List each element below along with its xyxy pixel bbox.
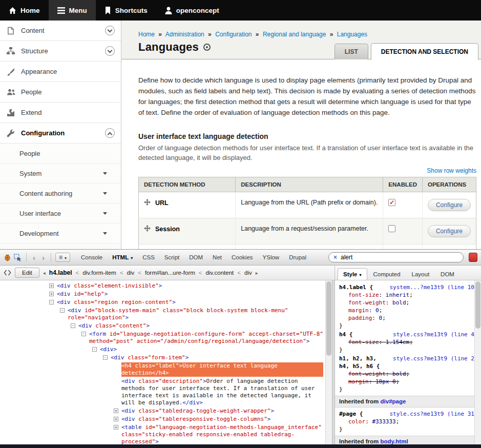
tree-node[interactable]: <div class="description">Order of langua…: [121, 378, 323, 406]
tree-node[interactable]: <table id="language-negotiation-methods-…: [121, 424, 323, 444]
tree-node[interactable]: <div class="tableresponsive-toggle-colum…: [121, 416, 323, 423]
show-row-weights-link[interactable]: Show row weights: [427, 167, 476, 174]
css-file-link[interactable]: style.css?me13t9 (line 4: [393, 331, 474, 338]
firebug-tab-script[interactable]: Script: [160, 252, 184, 263]
expand-triangle-icon[interactable]: [103, 212, 107, 217]
expand-icon[interactable]: +: [114, 425, 118, 430]
chevron-down-circle-icon[interactable]: [105, 26, 115, 35]
configure-button[interactable]: Configure: [428, 225, 471, 237]
breadcrumb-link[interactable]: Regional and language: [263, 31, 326, 38]
sidebar-subitem-user-interface[interactable]: User interface: [0, 203, 121, 223]
tree-node[interactable]: <div class="content">: [78, 322, 323, 330]
sidebar-item-configuration[interactable]: Configuration: [0, 123, 121, 144]
tree-node[interactable]: <div class="tabledrag-toggle-weight-wrap…: [121, 408, 323, 415]
expand-icon[interactable]: +: [49, 283, 54, 288]
inspect-icon[interactable]: [14, 254, 22, 261]
firebug-tab-yslow[interactable]: YSlow: [258, 252, 284, 263]
sidebar-item-extend[interactable]: Extend: [0, 103, 121, 123]
tree-scrollbar[interactable]: [325, 280, 332, 444]
enabled-checkbox[interactable]: ✓: [388, 199, 395, 206]
toolbar-item-user[interactable]: openconcept: [156, 0, 228, 21]
firebug-tab-console[interactable]: Console: [76, 252, 107, 263]
collapse-icon[interactable]: -: [71, 323, 75, 328]
drag-handle-icon[interactable]: [144, 199, 151, 207]
sidebar-subitem-content-authoring[interactable]: Content authoring: [0, 184, 121, 203]
tree-node[interactable]: <div id="help">: [57, 291, 323, 298]
scrollbar-thumb[interactable]: [326, 281, 331, 356]
tree-node[interactable]: <form id="language-negotiation-configure…: [89, 331, 323, 345]
selected-tree-node[interactable]: <h4 class="label">User interface text la…: [121, 362, 323, 377]
breadcrumb-link[interactable]: Administration: [165, 31, 204, 38]
breadcrumb-link[interactable]: Home: [138, 31, 155, 38]
css-property[interactable]: font-size: 1.154em;: [339, 338, 474, 346]
clear-search-icon[interactable]: ×: [333, 254, 337, 261]
collapse-icon[interactable]: -: [60, 308, 65, 313]
expand-triangle-icon[interactable]: [103, 192, 107, 197]
path-item[interactable]: div: [127, 270, 135, 276]
expand-icon[interactable]: +: [114, 409, 118, 413]
path-item[interactable]: form#lan...ure-form: [145, 270, 195, 276]
style-panel-tab-computed[interactable]: Computed: [368, 269, 406, 280]
configure-button[interactable]: Configure: [428, 199, 471, 211]
css-property[interactable]: font-weight: bold;: [339, 370, 474, 378]
expand-triangle-icon[interactable]: [103, 232, 107, 237]
path-item[interactable]: h4.label: [49, 269, 72, 276]
tree-node[interactable]: <div class="region region-content">: [57, 299, 323, 306]
toolbar-item-shortcuts[interactable]: Shortcuts: [96, 0, 156, 21]
firebug-tab-html[interactable]: HTML▾: [108, 252, 137, 263]
contextual-help-icon[interactable]: [203, 44, 211, 51]
collapse-icon[interactable]: -: [49, 300, 54, 304]
scrollbar-thumb[interactable]: [475, 281, 480, 329]
css-property[interactable]: color: #333333;: [339, 418, 474, 425]
style-scrollbar[interactable]: [474, 280, 481, 444]
tree-node[interactable]: <div id="block-system-main" class="block…: [68, 307, 323, 321]
tab-list[interactable]: LIST: [334, 44, 368, 59]
enabled-checkbox[interactable]: [388, 225, 395, 232]
collapse-icon[interactable]: -: [92, 347, 97, 352]
forward-icon[interactable]: ›: [40, 253, 47, 262]
scroll-crumbs-left-icon[interactable]: ◂: [43, 270, 46, 276]
firebug-icon[interactable]: [4, 254, 11, 261]
css-property[interactable]: margin: 0;: [339, 307, 474, 314]
expand-triangle-icon[interactable]: [103, 172, 107, 177]
panel-list-icon[interactable]: ≡▾: [55, 253, 70, 262]
firebug-tab-dom[interactable]: DOM: [184, 252, 207, 263]
path-item[interactable]: div.content: [206, 270, 234, 276]
swap-panels-icon[interactable]: [4, 270, 11, 276]
firebug-tab-cookies[interactable]: Cookies: [227, 252, 258, 263]
tab-detection-and-selection[interactable]: DETECTION AND SELECTION: [371, 43, 478, 60]
sidebar-item-content[interactable]: Content: [0, 21, 121, 41]
css-file-link[interactable]: system...?me13t9 (line 10: [389, 283, 474, 291]
style-panel-tab-dom[interactable]: DOM: [435, 269, 459, 280]
expand-icon[interactable]: +: [49, 292, 54, 296]
breadcrumb-link[interactable]: Languages: [337, 31, 367, 38]
inherited-element-link[interactable]: div#page: [381, 398, 406, 404]
sidebar-item-people[interactable]: People: [0, 82, 121, 103]
firebug-close-button[interactable]: [469, 253, 477, 262]
sidebar-item-appearance[interactable]: Appearance: [0, 62, 121, 82]
style-panel-tab-style[interactable]: Style▾: [338, 268, 367, 280]
chevron-down-circle-icon[interactable]: [105, 46, 115, 56]
toolbar-item-menu[interactable]: Menu: [49, 0, 96, 21]
chevron-up-circle-icon[interactable]: [105, 128, 115, 138]
inherited-element-link[interactable]: body.html: [381, 438, 408, 444]
css-file-link[interactable]: style.css?me13t9 (line 2: [393, 355, 474, 370]
edit-button[interactable]: Edit: [15, 268, 39, 278]
css-property[interactable]: font-size: inherit;: [339, 291, 474, 299]
sidebar-subitem-development[interactable]: Development: [0, 223, 121, 243]
tree-node[interactable]: <div class="form-item">: [111, 354, 323, 361]
collapse-icon[interactable]: -: [103, 355, 108, 360]
css-property[interactable]: padding: 0;: [339, 314, 474, 322]
tree-node[interactable]: <div class="element-invisible">: [57, 282, 323, 290]
search-box[interactable]: × alert: [328, 252, 464, 262]
toolbar-item-home[interactable]: Home: [0, 0, 49, 21]
back-icon[interactable]: ‹: [31, 253, 37, 262]
expand-icon[interactable]: +: [114, 417, 118, 421]
search-input[interactable]: alert: [341, 254, 352, 261]
css-file-link[interactable]: style.css?me13t9 (line 31: [389, 410, 474, 418]
sidebar-subitem-people[interactable]: People: [0, 144, 121, 164]
path-item[interactable]: div.form-item: [82, 270, 116, 276]
firebug-tab-drupal[interactable]: Drupal: [284, 252, 311, 263]
css-property[interactable]: margin: 10px 0;: [339, 378, 474, 385]
sidebar-subitem-system[interactable]: System: [0, 164, 121, 184]
